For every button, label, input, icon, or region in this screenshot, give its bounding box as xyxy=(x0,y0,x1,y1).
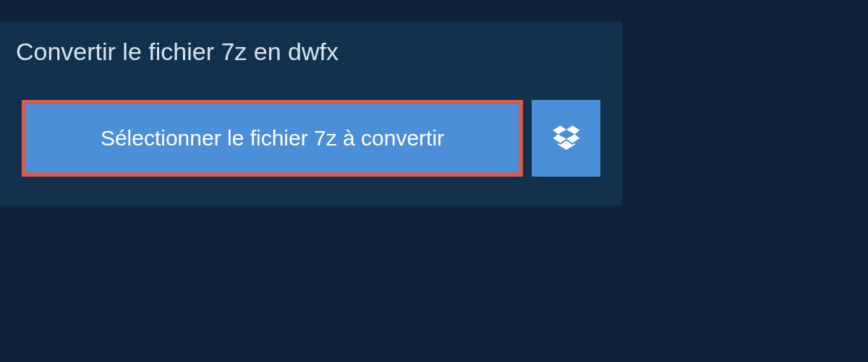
select-file-label: Sélectionner le fichier 7z à convertir xyxy=(101,126,444,151)
tab-strip: Convertir le fichier 7z en dwfx xyxy=(0,22,622,82)
dropbox-button[interactable] xyxy=(532,100,600,177)
converter-panel: Convertir le fichier 7z en dwfx Sélectio… xyxy=(0,22,622,206)
tab-convert[interactable]: Convertir le fichier 7z en dwfx xyxy=(0,22,359,82)
select-file-button[interactable]: Sélectionner le fichier 7z à convertir xyxy=(22,100,523,177)
page-title: Convertir le fichier 7z en dwfx xyxy=(16,38,339,65)
button-row: Sélectionner le fichier 7z à convertir xyxy=(0,82,622,177)
dropbox-icon xyxy=(552,124,581,153)
